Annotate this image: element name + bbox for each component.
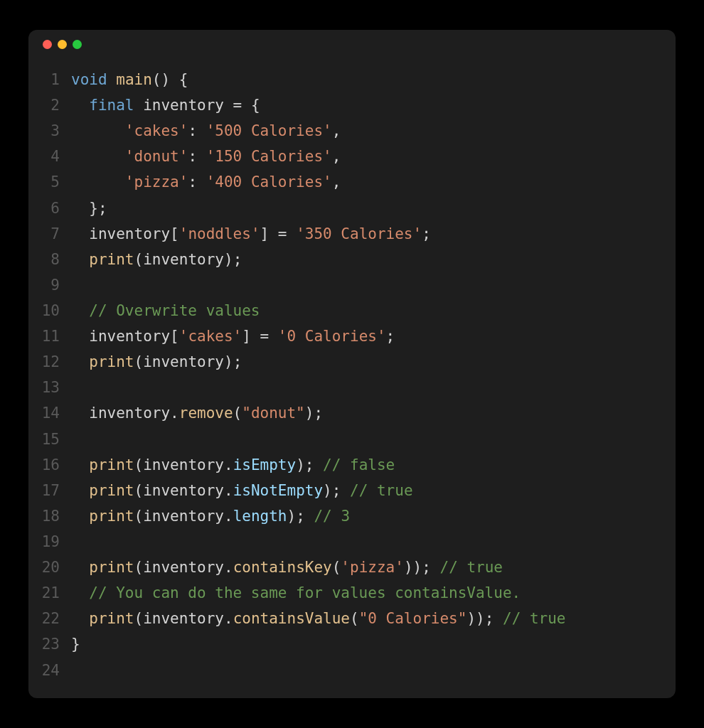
maximize-icon[interactable] (73, 40, 82, 49)
line-number-gutter: 1 2 3 4 5 6 7 8 9 10 11 12 13 14 15 16 1… (28, 67, 71, 690)
line-number: 5 (28, 169, 60, 195)
code-line: 'pizza': '400 Calories', (71, 169, 676, 195)
code-line: 'donut': '150 Calories', (71, 144, 676, 169)
code-line: print(inventory.containsKey('pizza')); /… (71, 555, 676, 580)
code-line: print(inventory.length); // 3 (71, 503, 676, 529)
code-line (71, 427, 676, 452)
line-number: 18 (28, 503, 60, 529)
close-icon[interactable] (43, 40, 52, 49)
line-number: 21 (28, 580, 60, 606)
code-line: inventory['noddles'] = '350 Calories'; (71, 221, 676, 247)
line-number: 23 (28, 631, 60, 657)
line-number: 4 (28, 144, 60, 169)
code-line: } (71, 631, 676, 657)
minimize-icon[interactable] (58, 40, 67, 49)
line-number: 6 (28, 196, 60, 221)
line-number: 24 (28, 658, 60, 683)
code-line (71, 375, 676, 400)
line-number: 7 (28, 221, 60, 247)
line-number: 19 (28, 529, 60, 555)
code-line: 'cakes': '500 Calories', (71, 118, 676, 144)
line-number: 13 (28, 375, 60, 400)
line-number: 9 (28, 272, 60, 298)
code-line: print(inventory.isEmpty); // false (71, 452, 676, 478)
code-line: print(inventory); (71, 247, 676, 272)
line-number: 10 (28, 298, 60, 323)
line-number: 16 (28, 452, 60, 478)
code-line (71, 272, 676, 298)
code-line: inventory['cakes'] = '0 Calories'; (71, 323, 676, 349)
code-line: print(inventory); (71, 349, 676, 375)
code-line (71, 658, 676, 683)
line-number: 15 (28, 427, 60, 452)
line-number: 8 (28, 247, 60, 272)
code-line: void main() { (71, 67, 676, 92)
line-number: 11 (28, 323, 60, 349)
line-number: 2 (28, 92, 60, 118)
line-number: 20 (28, 555, 60, 580)
code-line: final inventory = { (71, 92, 676, 118)
code-line: // Overwrite values (71, 298, 676, 323)
code-line: print(inventory.isNotEmpty); // true (71, 478, 676, 503)
line-number: 12 (28, 349, 60, 375)
code-line: // You can do the same for values contai… (71, 580, 676, 606)
code-line: inventory.remove("donut"); (71, 400, 676, 426)
code-line (71, 529, 676, 555)
code-line: print(inventory.containsValue("0 Calorie… (71, 606, 676, 631)
code-line: }; (71, 196, 676, 221)
editor-window: 1 2 3 4 5 6 7 8 9 10 11 12 13 14 15 16 1… (28, 30, 676, 698)
line-number: 3 (28, 118, 60, 144)
titlebar (28, 30, 676, 58)
line-number: 14 (28, 400, 60, 426)
line-number: 1 (28, 67, 60, 92)
code-content[interactable]: void main() { final inventory = { 'cakes… (71, 67, 676, 690)
line-number: 22 (28, 606, 60, 631)
code-editor[interactable]: 1 2 3 4 5 6 7 8 9 10 11 12 13 14 15 16 1… (28, 58, 676, 698)
line-number: 17 (28, 478, 60, 503)
